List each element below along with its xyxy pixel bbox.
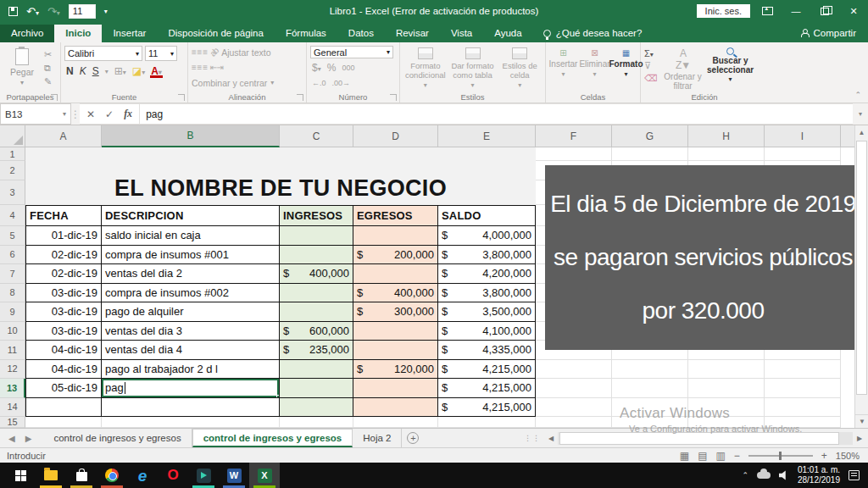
action-center-icon[interactable] [849, 470, 860, 480]
borders-icon[interactable]: ⊞▾ [114, 65, 126, 77]
sheet-tab-1[interactable]: control de ingresos y egresos [192, 429, 353, 447]
ribbon-tab-datos[interactable]: Datos [337, 25, 385, 42]
scrollbar-resize-handle[interactable]: ⋮⋮ [524, 434, 541, 442]
cell-B11[interactable]: ventas del dia 4 [102, 341, 280, 360]
sort-filter-button[interactable]: AZ▼Ordenar y filtrar [661, 46, 705, 89]
cell-E11[interactable]: $4,335,000 [438, 341, 536, 360]
name-box[interactable]: B13▾ [0, 103, 71, 125]
row-header-4[interactable]: 4 [0, 205, 25, 226]
cell-H1[interactable] [688, 147, 765, 161]
autosum-icon[interactable]: Σ▾ [644, 48, 658, 58]
merged-title-cell[interactable]: EL NOMBRE DE TU NEGOCIO [25, 147, 536, 205]
cell-A14[interactable] [25, 398, 102, 418]
copy-icon[interactable]: ⧉ [44, 63, 52, 74]
row-header-8[interactable]: 8 [0, 284, 25, 303]
page-layout-view-icon[interactable]: ▤ [698, 450, 707, 462]
sheet-nav-left-icon[interactable]: ◀ [8, 434, 15, 443]
cell-D15[interactable] [353, 417, 438, 428]
cut-icon[interactable]: ✂ [44, 49, 52, 60]
cell-B8[interactable]: compra de insumos #002 [102, 284, 280, 303]
cell-D9[interactable]: $300,000 [353, 302, 438, 322]
qat-customize-icon[interactable]: ▾ [104, 8, 108, 15]
cell-F12[interactable] [536, 360, 612, 380]
cancel-entry-icon[interactable]: ✕ [86, 108, 95, 120]
row-header-12[interactable]: 12 [0, 360, 25, 380]
row-header-6[interactable]: 6 [0, 246, 25, 265]
sheet-nav-right-icon[interactable]: ▶ [25, 434, 32, 443]
scroll-down-icon[interactable]: ▼ [855, 414, 868, 428]
cell-G1[interactable] [612, 147, 688, 161]
file-explorer-button[interactable] [36, 463, 66, 488]
row-header-15[interactable]: 15 [0, 417, 25, 428]
sheet-tab-2[interactable]: Hoja 2 [353, 429, 402, 447]
cell-D12[interactable]: $120,000 [353, 360, 438, 380]
cell-E13[interactable]: $4,215,000 [438, 379, 536, 398]
italic-button[interactable]: K [80, 65, 86, 77]
vertical-scrollbar[interactable]: ▲ ▼ [854, 125, 868, 428]
ribbon-tab-vista[interactable]: Vista [440, 25, 483, 42]
number-format-select[interactable]: General▾ [310, 46, 393, 58]
cell-C11[interactable]: $235,000 [280, 341, 353, 360]
cell-B9[interactable]: pago de alquiler [102, 302, 280, 322]
page-break-view-icon[interactable]: ▥ [715, 450, 725, 462]
cell-F1[interactable] [536, 147, 612, 161]
cell-D11[interactable] [353, 341, 438, 360]
new-sheet-button[interactable]: + [402, 429, 424, 447]
ribbon-tab-ayuda[interactable]: Ayuda [483, 25, 532, 42]
scroll-left-icon[interactable]: ◀ [544, 431, 558, 445]
cell-I12[interactable] [765, 360, 841, 380]
conditional-formatting-button[interactable]: Formato condicional▾ [403, 46, 448, 89]
vertical-scroll-thumb[interactable] [856, 141, 867, 395]
cell-E10[interactable]: $4,100,000 [438, 322, 536, 341]
cell-C12[interactable] [280, 360, 353, 380]
font-name-select[interactable]: Calibri▾ [64, 46, 142, 61]
ribbon-tab-revisar[interactable]: Revisar [385, 25, 440, 42]
share-button[interactable]: Compartir [800, 28, 868, 42]
increase-decimal-icon[interactable]: ←.0 [312, 79, 326, 87]
row-header-7[interactable]: 7 [0, 264, 25, 284]
cell-A11[interactable]: 04-dic-19 [25, 341, 102, 360]
cell-A5[interactable]: 01-dic-19 [25, 226, 102, 246]
cell-A10[interactable]: 03-dic-19 [25, 322, 102, 341]
indent-icon[interactable]: ⇤⇥ [210, 63, 223, 72]
cell-A8[interactable]: 03-dic-19 [25, 284, 102, 303]
cell-B12[interactable]: pago al trabajador 2 d l [102, 360, 280, 380]
cell-E15[interactable] [438, 417, 536, 428]
cell-B15[interactable] [102, 417, 280, 428]
cell-E8[interactable]: $3,800,000 [438, 284, 536, 303]
cell-A13[interactable]: 05-dic-19 [25, 379, 102, 398]
undo-icon[interactable]: ↶▾ [26, 6, 39, 17]
clear-icon[interactable]: ⌫ [644, 73, 658, 84]
comma-format-icon[interactable]: 000 [342, 64, 354, 72]
store-button[interactable] [66, 463, 97, 488]
wrap-text-button[interactable]: Ajustar texto [221, 47, 270, 58]
formula-bar-expand-icon[interactable]: ▾ [853, 103, 868, 125]
movies-tv-button[interactable] [188, 463, 219, 488]
clipboard-dialog-launcher[interactable] [51, 94, 58, 101]
cell-I14[interactable] [765, 398, 841, 418]
taskbar-clock[interactable]: 01:01 a. m. 28/12/2019 [798, 465, 840, 486]
word-button[interactable]: W [219, 463, 249, 488]
tell-me-search[interactable]: ¿Qué desea hacer? [543, 28, 643, 42]
column-header-B[interactable]: B [102, 125, 280, 147]
confirm-entry-icon[interactable]: ✓ [105, 108, 114, 120]
cell-I1[interactable] [765, 147, 841, 161]
paste-button[interactable]: Pegar▾ [3, 46, 41, 89]
cell-F14[interactable] [536, 398, 612, 418]
currency-format-icon[interactable]: $▾ [312, 62, 321, 74]
decrease-decimal-icon[interactable]: .00→ [332, 79, 351, 87]
column-header-E[interactable]: E [438, 125, 536, 147]
ribbon-tab-insertar[interactable]: Insertar [102, 25, 157, 42]
column-header-H[interactable]: H [688, 125, 765, 147]
row-header-1[interactable]: 1 [0, 147, 25, 161]
font-size-select[interactable]: 11▾ [145, 46, 177, 61]
cell-B4[interactable]: DESCRIPCION [102, 205, 280, 226]
cell-B14[interactable] [102, 398, 280, 418]
formula-input[interactable]: pag [140, 103, 853, 125]
cell-E9[interactable]: $3,500,000 [438, 302, 536, 322]
cell-B10[interactable]: ventas del dia 3 [102, 322, 280, 341]
fill-handle[interactable] [276, 395, 280, 398]
find-select-button[interactable]: Buscar y seleccionar▾ [709, 46, 753, 89]
fill-icon[interactable]: ⊽ [644, 60, 658, 71]
format-cells-button[interactable]: ▦Formato▾ [612, 46, 640, 89]
